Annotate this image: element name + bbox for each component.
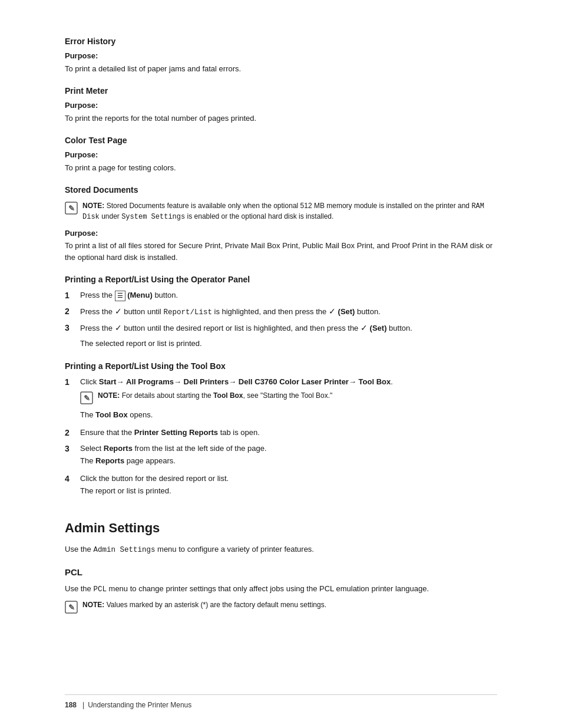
footer-text: Understanding the Printer Menus — [88, 700, 191, 710]
step-3-content: Press the ✓ button until the desired rep… — [80, 322, 497, 334]
operator-panel-step-3: 3 Press the ✓ button until the desired r… — [65, 322, 497, 334]
tool-box-note-label: NOTE: — [98, 391, 120, 400]
operator-panel-indent: The selected report or list is printed. — [80, 338, 497, 350]
tool-box-note-text: NOTE: For details about starting the Too… — [98, 391, 332, 401]
svg-text:✎: ✎ — [68, 204, 75, 213]
tb-step-3-text: Select Reports from the list at the left… — [80, 444, 267, 453]
error-history-title: Error History — [65, 35, 497, 48]
admin-intro-after: menu to configure a variety of printer f… — [155, 545, 314, 554]
color-test-page-purpose-text: To print a page for testing colors. — [65, 162, 497, 174]
note-icon-pcl: ✎ — [65, 601, 78, 614]
pcl-note-content: Values marked by an asterisk (*) are the… — [107, 601, 326, 609]
tb-step-1-indent: The Tool Box opens. — [80, 409, 497, 421]
stored-documents-note-label: NOTE: — [82, 202, 104, 210]
pcl-note: ✎ NOTE: Values marked by an asterisk (*)… — [65, 600, 497, 614]
page-footer: 188 | Understanding the Printer Menus — [65, 694, 497, 710]
section-admin-settings: Admin Settings Use the Admin Settings me… — [65, 518, 497, 556]
step-2-content: Press the ✓ button until Report/List is … — [80, 305, 497, 318]
stored-documents-title: Stored Documents — [65, 184, 497, 196]
footer-divider: | — [82, 700, 84, 710]
footer-page-num: 188 — [65, 700, 77, 710]
tool-box-step-3: 3 Select Reports from the list at the le… — [65, 443, 497, 469]
stored-documents-note-text: NOTE: Stored Documents feature is availa… — [82, 201, 497, 223]
tool-box-steps: 1 Click Start→ All Programs→ Dell Printe… — [65, 376, 497, 499]
tb-step-1-content: Click Start→ All Programs→ Dell Printers… — [80, 376, 497, 423]
svg-text:✎: ✎ — [68, 603, 75, 612]
tb-step-4-indent: The report or list is printed. — [80, 485, 497, 497]
section-error-history: Error History Purpose: To print a detail… — [65, 35, 497, 74]
tool-box-step-2: 2 Ensure that the Printer Setting Report… — [65, 427, 497, 439]
color-test-page-purpose-label: Purpose: — [65, 149, 497, 161]
check-icon-1: ✓ — [329, 305, 336, 318]
tb-step-3-indent: The Reports page appears. — [80, 455, 497, 467]
error-history-purpose-text: To print a detailed list of paper jams a… — [65, 63, 497, 75]
admin-intro-before: Use the — [65, 545, 93, 554]
admin-settings-title: Admin Settings — [65, 518, 497, 538]
tool-box-step-4: 4 Click the button for the desired repor… — [65, 473, 497, 499]
operator-panel-step-2: 2 Press the ✓ button until Report/List i… — [65, 305, 497, 318]
operator-panel-step-1: 1 Press the ☰ (Menu) button. — [65, 289, 497, 302]
tb-step-2-text: Ensure that the Printer Setting Reports … — [80, 428, 260, 437]
step-2-mid: button until Report/List is highlighted,… — [124, 307, 329, 316]
tb-step-1-num: 1 — [65, 376, 78, 388]
print-meter-purpose-label: Purpose: — [65, 100, 497, 111]
stored-documents-note: ✎ NOTE: Stored Documents feature is avai… — [65, 201, 497, 223]
section-color-test-page: Color Test Page Purpose: To print a page… — [65, 134, 497, 173]
print-meter-purpose-text: To print the reports for the total numbe… — [65, 113, 497, 124]
section-pcl: PCL Use the PCL menu to change printer s… — [65, 566, 497, 613]
stored-documents-note-content: Stored Documents feature is available on… — [82, 202, 484, 220]
step-2-num: 2 — [65, 305, 78, 318]
tb-step-4-text: Click the button for the desired report … — [80, 474, 229, 483]
note-icon: ✎ — [65, 202, 78, 215]
admin-intro-code: Admin Settings — [93, 546, 155, 554]
operator-panel-title: Printing a Report/List Using the Operato… — [65, 274, 497, 286]
step-1-text-before: Press the — [80, 291, 115, 299]
tb-step-2-num: 2 — [65, 427, 78, 439]
tb-step-3-content: Select Reports from the list at the left… — [80, 443, 497, 469]
tool-box-note-content: For details about starting the Tool Box,… — [122, 391, 333, 400]
tb-step-4-content: Click the button for the desired report … — [80, 473, 497, 499]
step-3-set: (Set) button. — [370, 324, 412, 332]
pcl-intro-after: menu to change printer settings that onl… — [107, 584, 429, 593]
step-1-num: 1 — [65, 289, 78, 302]
step-3-mid: button until the desired report or list … — [124, 324, 361, 332]
tb-step-3-num: 3 — [65, 443, 78, 455]
step-2-text-before: Press the — [80, 307, 115, 316]
color-test-page-title: Color Test Page — [65, 134, 497, 147]
pcl-intro-before: Use the — [65, 584, 93, 593]
step-2-set: (Set) button. — [338, 307, 381, 316]
section-tool-box: Printing a Report/List Using the Tool Bo… — [65, 360, 497, 499]
print-meter-title: Print Meter — [65, 85, 497, 97]
check-icon-2: ✓ — [361, 322, 368, 334]
section-print-meter: Print Meter Purpose: To print the report… — [65, 85, 497, 124]
step-3-num: 3 — [65, 322, 78, 334]
tool-box-step-1: 1 Click Start→ All Programs→ Dell Printe… — [65, 376, 497, 423]
stored-documents-purpose-label: Purpose: — [65, 228, 497, 239]
svg-text:✎: ✎ — [84, 394, 90, 403]
pcl-note-text: NOTE: Values marked by an asterisk (*) a… — [82, 600, 326, 610]
step-3-text-before: Press the — [80, 324, 115, 332]
tb-step-1-text: Click Start→ All Programs→ Dell Printers… — [80, 377, 393, 386]
step-1-content: Press the ☰ (Menu) button. — [80, 289, 497, 301]
tool-box-step-1-note: ✎ NOTE: For details about starting the T… — [80, 391, 497, 404]
chevron-down-icon-1: ✓ — [115, 305, 122, 318]
pcl-title: PCL — [65, 566, 497, 579]
pcl-note-label: NOTE: — [82, 601, 104, 609]
pcl-intro-code: PCL — [93, 585, 107, 594]
menu-icon: ☰ — [115, 291, 125, 301]
tool-box-title: Printing a Report/List Using the Tool Bo… — [65, 360, 497, 373]
error-history-purpose-label: Purpose: — [65, 50, 497, 62]
note-icon-toolbox: ✎ — [80, 391, 93, 404]
tb-step-2-content: Ensure that the Printer Setting Reports … — [80, 427, 497, 439]
section-operator-panel: Printing a Report/List Using the Operato… — [65, 274, 497, 349]
chevron-down-icon-2: ✓ — [115, 322, 122, 334]
tb-step-4-num: 4 — [65, 473, 78, 485]
pcl-intro: Use the PCL menu to change printer setti… — [65, 583, 497, 595]
operator-panel-steps: 1 Press the ☰ (Menu) button. 2 Press the… — [65, 289, 497, 334]
stored-documents-purpose-text: To print a list of all files stored for … — [65, 240, 497, 263]
page: Error History Purpose: To print a detail… — [0, 0, 562, 728]
admin-settings-intro: Use the Admin Settings menu to configure… — [65, 543, 497, 556]
step-1-menu-label: (Menu) button. — [127, 291, 178, 299]
section-stored-documents: Stored Documents ✎ NOTE: Stored Document… — [65, 184, 497, 263]
